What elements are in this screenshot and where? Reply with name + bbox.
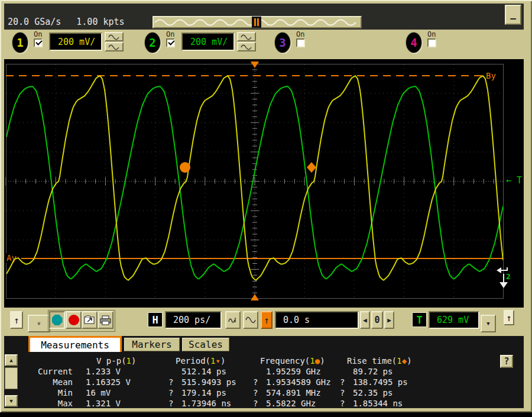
run-button[interactable]: [49, 311, 65, 329]
channel-3-on-group: On: [296, 31, 309, 47]
value-text: 515.9493 ps: [181, 377, 236, 387]
channel-1-scale-display[interactable]: 200 mV/: [49, 33, 102, 51]
expand-down-button[interactable]: «: [28, 315, 50, 332]
value-text: 512.14 ps: [181, 366, 226, 377]
up-arrow-icon: ↑: [264, 315, 270, 326]
title-bar: 20.0 GSa/s1.00 kpts –: [4, 4, 524, 30]
value-text: 1.233 V: [86, 366, 121, 377]
graph-up-button-right[interactable]: ↑: [504, 310, 514, 325]
questionable-flag: ?: [253, 377, 266, 387]
scrollbar-track[interactable]: [5, 367, 18, 389]
tab-measurements[interactable]: Measurements: [28, 336, 122, 352]
measurement-value: ?52.35 ps: [333, 387, 431, 398]
measurement-value: 1.321 V: [73, 398, 161, 409]
sine-icon: [108, 34, 120, 40]
value-text: 16 mV: [86, 387, 111, 398]
channel-2-scale-display[interactable]: 200 mV/: [181, 33, 235, 51]
window-frame: 20.0 GSa/s1.00 kpts – 1On200 mV/2On200 m…: [0, 0, 532, 412]
measurement-row-max: Max1.321 V?1.73946 ns?5.5822 GHz?1.85344…: [22, 398, 518, 409]
measurement-value: 1.16325 V: [73, 377, 161, 387]
checkmark-icon: [168, 38, 174, 45]
tab-markers[interactable]: Markers: [124, 338, 180, 351]
sine-icon: [241, 44, 252, 50]
header-close: ): [220, 355, 225, 366]
trigger-level-marker[interactable]: ← T: [506, 175, 522, 186]
tab-scales[interactable]: Scales: [182, 338, 229, 351]
checkmark-icon: [35, 38, 42, 45]
measurement-row-current: Current1.233 V512.14 ps1.95259 GHz89.72 …: [22, 366, 518, 377]
channel-4-on-group: On: [427, 31, 440, 47]
channel-controls-row: 1On200 mV/2On200 mV/3On4On: [4, 30, 524, 59]
channel-1-coupling-buttons: [105, 32, 124, 52]
graph-up-button-left[interactable]: ↑: [10, 311, 23, 329]
zoom-waveform-button[interactable]: [225, 311, 241, 329]
value-text: 1.9534589 GHz: [266, 377, 331, 387]
sine-waveform-button[interactable]: [243, 311, 258, 329]
folder-icon: [84, 315, 96, 325]
waveform-display[interactable]: ByAy← T2: [4, 59, 524, 308]
channel-on-label: On: [427, 31, 440, 38]
horizontal-position-slider[interactable]: [153, 16, 362, 28]
measurement-row-mean: Mean1.16325 V?515.9493 ps?1.9534589 GHz?…: [22, 377, 518, 387]
measurement-value: ?179.14 ps: [161, 387, 246, 398]
header-name: V p-p(: [96, 355, 126, 366]
timebase-display[interactable]: 200 ps/: [165, 311, 222, 329]
channel-4-badge[interactable]: 4: [406, 33, 421, 53]
value-text: 138.7495 ps: [353, 377, 408, 387]
position-right-button[interactable]: ▶: [384, 311, 394, 329]
questionable-flag: ?: [340, 377, 353, 387]
channel-1-coupling-button[interactable]: [105, 42, 124, 51]
horizontal-setup-button[interactable]: H: [148, 312, 163, 327]
horizontal-position-display[interactable]: 0.0 s: [275, 311, 359, 329]
channel-3-badge[interactable]: 3: [275, 33, 290, 53]
channel-1-coupling-button[interactable]: [105, 32, 124, 41]
value-text: 1.321 V: [86, 398, 121, 409]
trigger-level-display[interactable]: 629 mV: [429, 311, 479, 329]
measurement-value: ?574.891 MHz: [246, 387, 333, 398]
chevron-down-icon: «: [36, 322, 42, 326]
minimize-button[interactable]: –: [505, 5, 521, 25]
up-arrow-icon: ↑: [14, 315, 20, 326]
channel-3-on-checkbox[interactable]: [296, 38, 305, 47]
scroll-up-button[interactable]: ▲: [5, 354, 18, 366]
value-text: 89.72 ps: [353, 366, 392, 377]
channel-2-on-checkbox[interactable]: [166, 38, 175, 47]
header-source-number: 1: [210, 355, 215, 366]
trigger-setup-button[interactable]: T: [412, 312, 427, 327]
questionable-flag: ?: [168, 377, 181, 387]
channel-2-coupling-button[interactable]: [237, 42, 256, 51]
scroll-down-button[interactable]: ▼: [5, 395, 18, 407]
channel-4-on-checkbox[interactable]: [427, 38, 436, 47]
marker-up-button[interactable]: ↑: [261, 311, 273, 329]
measurement-value: 89.72 ps: [333, 366, 431, 377]
value-text: 1.95259 GHz: [266, 366, 321, 377]
position-zero-button[interactable]: 0: [371, 311, 383, 329]
channel-2-coupling-button[interactable]: [237, 32, 256, 41]
run-octagon-icon: [52, 315, 63, 325]
stop-button[interactable]: [66, 311, 82, 329]
sine-icon: [108, 44, 120, 50]
down-triangle-icon: ▼: [9, 398, 12, 404]
value-text: 1.73946 ns: [181, 398, 231, 409]
measurement-value: ?5.5822 GHz: [246, 398, 333, 409]
questionable-flag: ?: [253, 398, 266, 409]
channel-2-badge[interactable]: 2: [145, 33, 160, 53]
print-button[interactable]: [98, 311, 113, 329]
open-waveform-button[interactable]: [82, 311, 98, 329]
header-close: ): [320, 355, 325, 366]
questionable-flag: [253, 366, 266, 377]
acquisition-status: 20.0 GSa/s1.00 kpts: [8, 17, 140, 27]
measurement-marker-circle[interactable]: [180, 162, 190, 173]
value-text: 52.35 ps: [353, 387, 392, 398]
header-marker-icon: ●: [315, 355, 320, 366]
channel-1-on-checkbox[interactable]: [34, 38, 43, 47]
marker-b-label: By: [486, 71, 496, 80]
row-label: Min: [22, 387, 73, 398]
slider-grip-icon[interactable]: [252, 17, 261, 28]
trigger-level-down-button[interactable]: ▼: [481, 315, 496, 332]
value-text: 179.14 ps: [181, 387, 226, 398]
channel-1-badge[interactable]: 1: [12, 33, 28, 53]
toolbar: ↑ « «: [4, 308, 524, 336]
left-triangle-icon: ◀: [363, 316, 367, 324]
position-left-button[interactable]: ◀: [360, 311, 370, 329]
